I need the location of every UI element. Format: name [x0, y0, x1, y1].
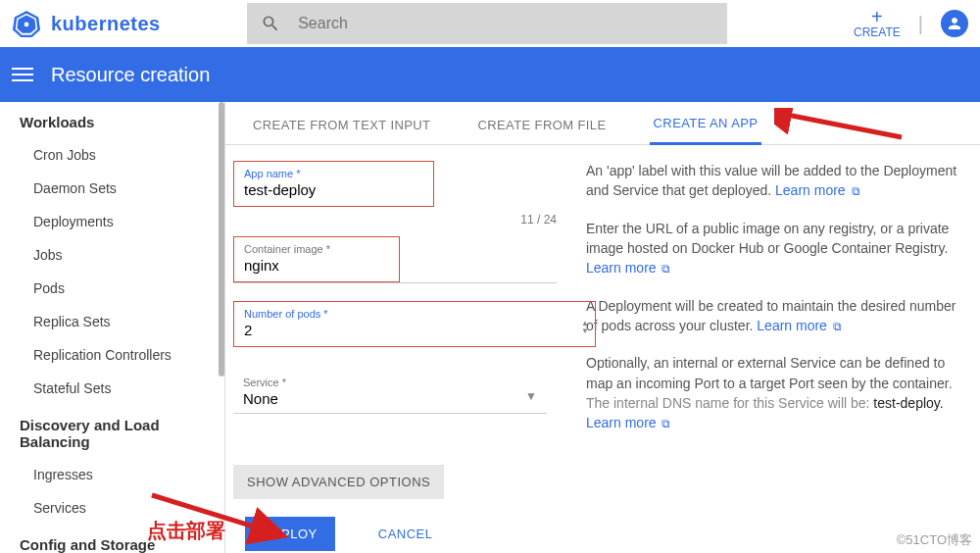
- app-name-input[interactable]: [234, 181, 433, 206]
- top-bar: kubernetes + CREATE |: [0, 0, 980, 47]
- tabs: CREATE FROM TEXT INPUT CREATE FROM FILE …: [225, 102, 980, 145]
- sidebar-item-repcontrollers[interactable]: Replication Controllers: [0, 338, 224, 372]
- sidebar-item-daemonsets[interactable]: Daemon Sets: [0, 172, 224, 205]
- sidebar-item-replicasets[interactable]: Replica Sets: [0, 305, 224, 338]
- tab-text-input[interactable]: CREATE FROM TEXT INPUT: [249, 106, 434, 144]
- tab-from-file[interactable]: CREATE FROM FILE: [473, 106, 610, 144]
- main-panel: CREATE FROM TEXT INPUT CREATE FROM FILE …: [225, 102, 980, 553]
- container-image-field[interactable]: Container image *: [233, 236, 400, 282]
- stepper-icon[interactable]: ▲▼: [581, 320, 589, 335]
- scrollbar[interactable]: [219, 102, 224, 377]
- sidebar-item-deployments[interactable]: Deployments: [0, 205, 224, 238]
- toolbar: Resource creation: [0, 47, 980, 102]
- tab-create-app[interactable]: CREATE AN APP: [650, 104, 762, 145]
- create-label: CREATE: [854, 25, 901, 39]
- show-advanced-button[interactable]: SHOW ADVANCED OPTIONS: [233, 465, 444, 499]
- pods-input[interactable]: [234, 322, 595, 346]
- logo[interactable]: kubernetes: [12, 9, 247, 38]
- page-title: Resource creation: [51, 64, 210, 86]
- app-name-field[interactable]: App name *: [233, 161, 434, 207]
- sidebar-item-ingresses[interactable]: Ingresses: [0, 458, 224, 491]
- search-bar[interactable]: [247, 3, 727, 44]
- watermark: ©51CTO博客: [897, 531, 972, 549]
- menu-icon[interactable]: [12, 68, 33, 81]
- form-column: App name * 11 / 24 Container image * Num…: [225, 161, 559, 553]
- learn-more-app[interactable]: Learn more ⧉: [775, 182, 859, 198]
- help-column: An 'app' label with this value will be a…: [586, 161, 970, 553]
- learn-more-service[interactable]: Learn more ⧉: [586, 415, 670, 430]
- search-input[interactable]: [298, 15, 713, 32]
- container-image-input[interactable]: [234, 257, 399, 281]
- learn-more-image[interactable]: Learn more ⧉: [586, 260, 670, 276]
- sidebar-head-workloads: Workloads: [0, 102, 224, 138]
- search-icon: [261, 13, 280, 34]
- sidebar-head-discovery: Discovery and Load Balancing: [0, 405, 224, 458]
- help-app: An 'app' label with this value will be a…: [586, 161, 962, 201]
- sidebar-item-pods[interactable]: Pods: [0, 272, 224, 305]
- number-of-pods-field[interactable]: Number of pods * ▲▼: [233, 301, 596, 347]
- help-service: Optionally, an internal or external Serv…: [586, 353, 962, 432]
- brand-text: kubernetes: [51, 13, 161, 35]
- create-button[interactable]: + CREATE: [854, 8, 901, 39]
- chevron-down-icon: ▼: [525, 389, 537, 403]
- sidebar-item-statefulsets[interactable]: Stateful Sets: [0, 372, 224, 405]
- app-name-label: App name *: [234, 162, 433, 181]
- service-label: Service *: [233, 371, 547, 390]
- service-field[interactable]: Service * None ▼: [233, 371, 547, 414]
- svg-point-3: [24, 23, 29, 27]
- pods-label: Number of pods *: [234, 302, 595, 322]
- app-name-counter: 11 / 24: [233, 213, 557, 226]
- sidebar-head-config: Config and Storage: [0, 525, 224, 553]
- deploy-button[interactable]: DEPLOY: [245, 517, 335, 551]
- plus-icon: +: [871, 8, 883, 25]
- help-pods: A Deployment will be created to maintain…: [586, 296, 962, 336]
- service-select[interactable]: None: [233, 390, 547, 413]
- kubernetes-logo-icon: [12, 9, 41, 38]
- sidebar: Workloads Cron Jobs Daemon Sets Deployme…: [0, 102, 225, 553]
- account-icon[interactable]: [941, 10, 968, 37]
- sidebar-item-jobs[interactable]: Jobs: [0, 238, 224, 272]
- help-image: Enter the URL of a public image on any r…: [586, 219, 962, 278]
- container-image-label: Container image *: [234, 237, 399, 257]
- sidebar-item-cronjobs[interactable]: Cron Jobs: [0, 138, 224, 172]
- sidebar-item-services[interactable]: Services: [0, 491, 224, 525]
- cancel-button[interactable]: CANCEL: [378, 527, 433, 541]
- learn-more-pods[interactable]: Learn more ⧉: [757, 318, 841, 333]
- divider: |: [918, 13, 923, 35]
